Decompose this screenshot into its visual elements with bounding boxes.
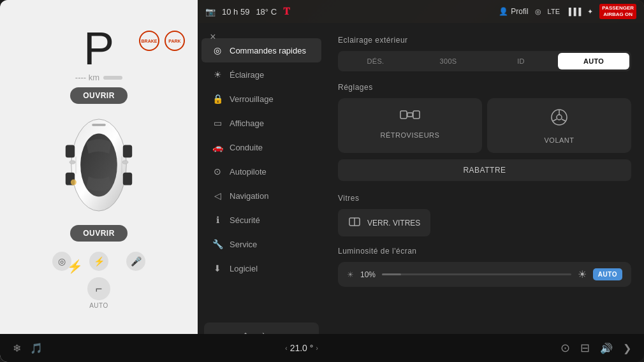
luminosite-control: ☀ 10% ☀ AUTO: [338, 262, 631, 287]
svg-rect-13: [413, 111, 420, 119]
right-panel: × ◎ Commandes rapides ☀ Éclairage 🔒 Verr…: [198, 23, 644, 362]
verr-vitres-button[interactable]: VERR. VITRES: [338, 209, 430, 236]
menu-item-label-navigation: Navigation: [230, 191, 268, 201]
luminosite-section: Luminosité de l'écran ☀ 10% ☀ AUTO: [338, 247, 631, 287]
securite-icon: ℹ: [212, 214, 223, 226]
brightness-auto-badge[interactable]: AUTO: [593, 268, 622, 280]
brightness-slider[interactable]: [382, 273, 571, 275]
close-button[interactable]: ×: [205, 29, 221, 45]
autopilote-icon: ⊙: [212, 166, 223, 177]
retroviseurs-icon: [400, 107, 420, 126]
park-icon: PARK: [165, 31, 185, 51]
menu-item-logiciel[interactable]: ⬇ Logiciel: [201, 256, 321, 280]
microphone-icon[interactable]: 🎤: [126, 252, 145, 271]
menu-item-label-service: Service: [230, 240, 257, 249]
menu-item-label-securite: Sécurité: [230, 215, 260, 225]
svg-point-11: [71, 180, 77, 185]
svg-line-18: [553, 119, 557, 121]
fan-icon[interactable]: ❄: [13, 342, 21, 354]
temp-down-arrow-icon[interactable]: ‹: [285, 345, 287, 352]
left-panel: P BRAKE PARK ---- km OUVRIR: [0, 0, 198, 362]
odometer: ---- km: [75, 73, 122, 82]
volume-icon[interactable]: 🔊: [600, 342, 613, 354]
eclairage-icon: ☀: [212, 69, 223, 80]
taskbar-center: ‹ 21.0 ° ›: [285, 343, 318, 353]
battery-bar: [103, 76, 122, 80]
volant-icon: [549, 107, 569, 131]
wiper-icon[interactable]: ⌐: [87, 277, 110, 300]
brake-icon: BRAKE: [139, 31, 159, 51]
menu-item-label-verrouillage: Verrouillage: [230, 94, 274, 104]
rabattre-button[interactable]: RABATTRE: [338, 159, 631, 181]
temp-up-arrow-icon[interactable]: ›: [316, 345, 318, 352]
menu-item-label-commandes-rapides: Commandes rapides: [230, 46, 306, 55]
tesla-logo: 𝐓: [283, 6, 290, 17]
lighting-btn-300s[interactable]: 300S: [413, 53, 484, 69]
menu-item-conduite[interactable]: 🚗 Conduite: [201, 135, 321, 159]
ouvrir-top-button[interactable]: OUVRIR: [70, 87, 128, 104]
affichage-icon: ▭: [212, 117, 223, 129]
svg-point-5: [122, 161, 128, 164]
gear-indicator: P: [84, 25, 114, 71]
rear-defrost-icon[interactable]: ⊟: [580, 341, 590, 355]
bottom-icons-row: ◎ ⚡ 🎤: [52, 252, 145, 271]
commandes-rapides-icon: ◎: [212, 45, 223, 56]
svg-rect-10: [92, 124, 106, 126]
lighting-controls: DÉS. 300S ID AUTO: [338, 51, 631, 71]
gear-area: P BRAKE PARK ---- km OUVRIR: [0, 13, 198, 309]
wifi-icon: ◎: [535, 8, 541, 16]
passenger-airbag-badge: PASSENGERAIRBAG ON: [599, 4, 636, 18]
car-image: [48, 108, 150, 222]
menu-item-affichage[interactable]: ▭ Affichage: [201, 111, 321, 135]
menu-item-verrouillage[interactable]: 🔒 Verrouillage: [201, 87, 321, 111]
bluetooth-icon: ✦: [587, 8, 593, 16]
lighting-btn-auto[interactable]: AUTO: [558, 53, 629, 69]
profile-label: Profil: [511, 7, 528, 16]
temp-unit: °: [310, 343, 314, 353]
status-bar-right: 👤 Profil ◎ LTE ▐▐▐ ✦ PASSENGERAIRBAG ON: [499, 4, 636, 18]
seat-heat-icon[interactable]: ⊙: [560, 341, 570, 355]
svg-rect-7: [123, 145, 132, 158]
volant-card[interactable]: VOLANT: [487, 98, 631, 153]
lightning-bottom-icon[interactable]: ⚡: [89, 252, 108, 271]
charging-icon: ⚡: [67, 259, 83, 274]
next-icon[interactable]: ❯: [623, 342, 631, 354]
menu-items: ◎ Commandes rapides ☀ Éclairage 🔒 Verrou…: [198, 32, 325, 280]
status-bar: 📷 10 h 59 18° C 𝐓 👤 Profil ◎ LTE ▐▐▐ ✦ P…: [198, 0, 644, 23]
lighting-btn-id[interactable]: ID: [485, 53, 557, 69]
brightness-high-icon: ☀: [578, 268, 587, 280]
svg-point-16: [557, 115, 562, 120]
retroviseurs-card[interactable]: RÉTROVISEURS: [338, 98, 482, 153]
logiciel-icon: ⬇: [212, 263, 223, 274]
ouvrir-bottom-button[interactable]: OUVRIR: [70, 225, 128, 242]
park-label: PARK: [168, 39, 180, 43]
menu-item-securite[interactable]: ℹ Sécurité: [201, 208, 321, 232]
wiper-symbol: ⌐: [96, 282, 103, 296]
status-temperature: 18° C: [256, 7, 277, 17]
profile-button[interactable]: 👤 Profil: [499, 7, 528, 16]
menu-item-autopilote[interactable]: ⊙ Autopilote: [201, 159, 321, 184]
menu-item-service[interactable]: 🔧 Service: [201, 232, 321, 256]
menu-item-navigation[interactable]: ◁ Navigation: [201, 184, 321, 208]
profile-icon: 👤: [499, 7, 508, 16]
temp-value: 21.0: [290, 343, 307, 353]
svg-line-19: [562, 119, 566, 121]
svg-rect-14: [407, 113, 413, 117]
verrouillage-icon: 🔒: [212, 93, 223, 105]
lighting-btn-des[interactable]: DÉS.: [340, 53, 411, 69]
main-content: Eclairage extérieur DÉS. 300S ID AUTO Ré…: [325, 23, 644, 362]
svg-rect-12: [400, 111, 407, 119]
brightness-low-icon: ☀: [347, 270, 354, 279]
status-bar-left: 📷 10 h 59 18° C 𝐓: [205, 6, 494, 17]
brake-label: BRAKE: [142, 39, 157, 43]
wiper-auto-label: AUTO: [89, 302, 108, 309]
verr-vitres-icon: [348, 215, 361, 230]
conduite-icon: 🚗: [212, 141, 223, 153]
camera-icon: 📷: [205, 7, 216, 17]
menu-item-eclairage[interactable]: ☀ Éclairage: [201, 62, 321, 87]
svg-rect-9: [123, 173, 132, 185]
odometer-value: ---- km: [75, 73, 99, 82]
vitres-title: Vitres: [338, 194, 631, 203]
navigation-icon: ◁: [212, 190, 223, 201]
audio-icon[interactable]: 🎵: [30, 342, 43, 354]
